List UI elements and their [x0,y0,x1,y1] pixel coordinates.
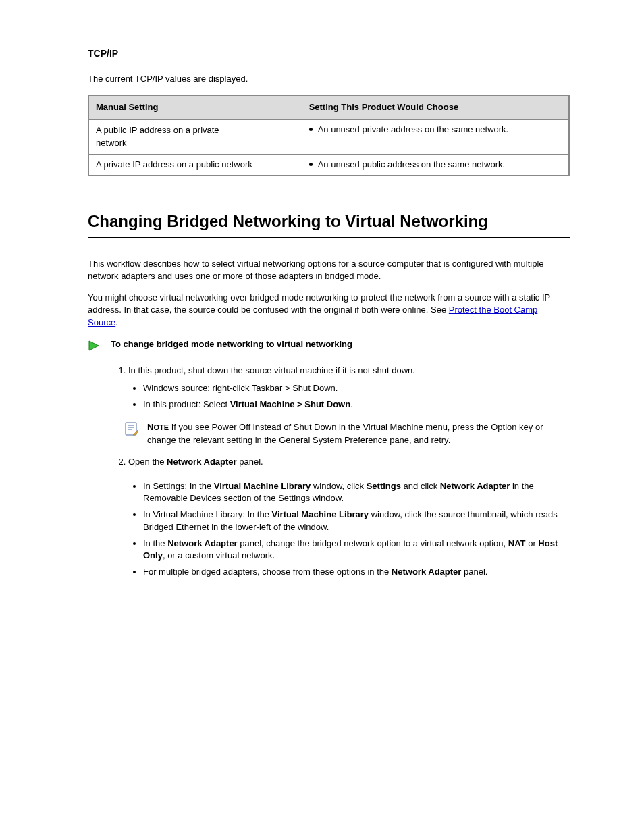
table-row: A public IP address on a private network… [88,119,569,154]
menu-path: Virtual Machine > Shut Down [230,399,351,409]
text: window, click [311,481,366,491]
text: and click [401,481,440,491]
ui-name: Settings [367,481,401,491]
tcpip-lead: The current TCP/IP values are displayed. [88,73,570,85]
ui-name: Virtual Machine Library [272,509,369,519]
table-row: A private IP address on a public network… [88,154,569,176]
text: In Settings: In the [143,481,214,491]
col-product-choice: Setting This Product Would Choose [302,95,569,120]
cell-text: An unused private address on the same ne… [318,124,509,136]
text: or [526,538,539,548]
panel-name: Network Adapter [167,457,237,467]
text: , or a custom virtual network. [163,550,275,561]
cell-text: A public IP address on a private [96,124,295,137]
ui-name: Virtual Machine Library [214,481,311,491]
ui-name: Network Adapter [440,481,510,491]
cell-text: network [96,136,295,150]
intro-paragraph-2: You might choose virtual networking over… [88,292,570,329]
ui-name: Network Adapter [167,538,238,548]
ui-name: Network Adapter [392,567,462,577]
text: panel. [237,457,263,467]
note-icon [124,421,139,440]
text: In this product: Select [143,399,230,409]
ui-name: NAT [508,538,526,548]
text: Open the [128,457,167,467]
text: panel. [461,567,487,577]
play-arrow-icon [88,340,101,355]
text: . [350,399,353,409]
svg-marker-0 [89,341,99,350]
step-2: Open the Network Adapter panel. In Setti… [128,456,570,579]
text: In Virtual Machine Library: In the [143,509,272,519]
list-item: In Virtual Machine Library: In the Virtu… [143,509,570,533]
note-text: NOTE If you see Power Off instead of Shu… [147,421,570,446]
text: If you see Power Off instead of Shut Dow… [147,422,543,444]
text: In the [143,538,167,548]
tcpip-header: TCP/IP [88,47,570,61]
text: For multiple bridged adapters, choose fr… [143,567,392,577]
cell-text: An unused public address on the same net… [318,159,506,171]
page-title: Changing Bridged Networking to Virtual N… [88,210,570,238]
list-item: For multiple bridged adapters, choose fr… [143,566,570,578]
list-item: In Settings: In the Virtual Machine Libr… [143,480,570,504]
ip-settings-table: Manual Setting Setting This Product Woul… [88,95,570,176]
text: panel, change the bridged network option… [238,538,508,548]
note-label: NOTE [147,422,169,432]
list-item: In the Network Adapter panel, change the… [143,538,570,562]
col-manual-setting: Manual Setting [88,95,302,120]
list-item: Windows source: right-click Taskbar > Sh… [143,382,570,394]
step-text: In this product, shut down the source vi… [128,365,415,375]
intro-paragraph-1: This workflow describes how to select vi… [88,258,570,282]
step-1: In this product, shut down the source vi… [128,365,570,411]
cell-text: A private IP address on a public network [88,154,302,176]
procedure-heading: To change bridged mode networking to vir… [111,338,352,350]
bullet-icon [309,163,313,166]
bullet-icon [309,128,313,131]
text: . [115,317,118,328]
list-item: In this product: Select Virtual Machine … [143,398,570,411]
